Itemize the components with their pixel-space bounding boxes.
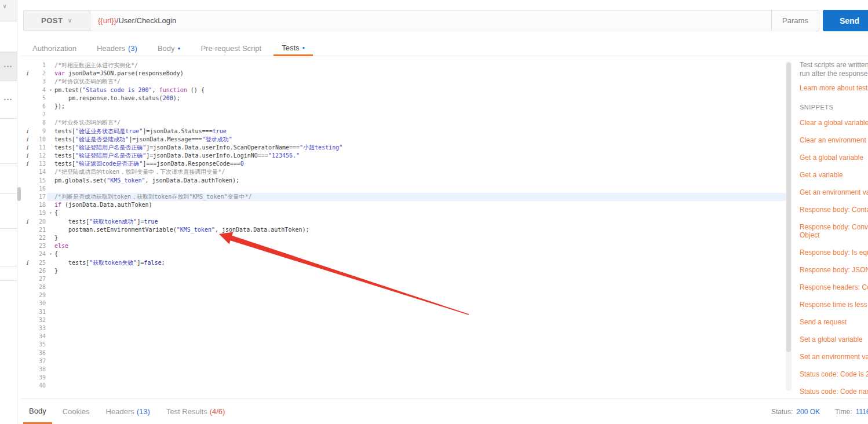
code-line[interactable]: 31 [23, 308, 786, 316]
response-tab-test-results[interactable]: Test Results(4/6) [161, 399, 231, 424]
code-line[interactable]: 29 [23, 291, 786, 299]
code-line[interactable]: 26} [23, 267, 786, 275]
tab-tests[interactable]: Tests● [273, 41, 313, 56]
code-line[interactable]: 27 [23, 275, 786, 283]
snippet-link[interactable]: Get an environment varia [800, 188, 868, 196]
fold-spacer [47, 324, 54, 332]
sidebar-row[interactable]: ∨ [0, 0, 17, 21]
code-text: if (jsonData.Data.authToken) [54, 201, 786, 209]
snippet-link[interactable]: Response body: Contains [800, 206, 868, 214]
code-line[interactable]: 22} [23, 234, 786, 242]
code-line[interactable]: 32 [23, 316, 786, 324]
code-line[interactable]: i10tests["验证是否登陆成功"]=jsonData.Message===… [23, 136, 786, 144]
snippet-link[interactable]: Clear an environment var [800, 136, 868, 144]
code-line[interactable]: i9tests["验证业务状态码是true"]=jsonData.Status=… [23, 127, 786, 136]
snippet-link[interactable]: Response body: Is equal t [800, 248, 868, 257]
fold-spacer [47, 103, 54, 111]
learn-more-link[interactable]: Learn more about tests [800, 84, 868, 92]
code-line[interactable]: 1/*对相应数据主体进行实例化*/ [23, 61, 786, 70]
sidebar-row[interactable]: ••• [0, 52, 17, 81]
gutter-spacer [23, 94, 32, 103]
snippet-link[interactable]: Response body: JSON valu [800, 266, 868, 274]
code-line[interactable]: 40 [23, 382, 786, 390]
snippet-link[interactable]: Set a global variable [800, 335, 868, 343]
code-line[interactable]: i20 tests["获取token成功"]=true [23, 218, 786, 226]
url-input[interactable]: {{url}} /User/CheckLogin [90, 10, 771, 31]
response-tab-cookies[interactable]: Cookies [57, 399, 96, 424]
collapsed-sidebar[interactable]: ∨•••••• [0, 0, 17, 424]
code-line[interactable]: 14/*把登陆成功后的token，放到变量中，下次请求直接调用变量*/ [23, 168, 786, 176]
snippet-link[interactable]: Get a variable [800, 171, 868, 179]
code-line[interactable]: 8/*对业务状态吗的断言*/ [23, 119, 786, 127]
code-line[interactable]: 7 [23, 111, 786, 119]
fold-spacer [47, 267, 54, 275]
code-fold-arrow-icon[interactable]: ▾ [47, 86, 54, 94]
sidebar-row[interactable] [0, 281, 17, 424]
code-line[interactable]: 4▾pm.test("Status code is 200", function… [23, 86, 786, 94]
sidebar-row[interactable] [0, 194, 17, 229]
line-number: 3 [32, 78, 46, 86]
code-line[interactable]: 37 [23, 357, 786, 365]
more-options-icon[interactable]: ••• [4, 64, 13, 70]
sidebar-row[interactable] [0, 21, 17, 52]
sidebar-row[interactable] [0, 266, 17, 281]
sidebar-row[interactable] [0, 229, 17, 266]
code-line[interactable]: 5 pm.response.to.have.status(200); [23, 94, 786, 103]
code-line[interactable]: i13tests["验证返回code是否正确"]===jsonData.Resp… [23, 160, 786, 168]
code-line[interactable]: i25 tests["获取token失败"]=false; [23, 259, 786, 267]
response-tab-headers[interactable]: Headers(13) [100, 399, 156, 424]
code-line[interactable]: 3/*对协议状态码的断言*/ [23, 78, 786, 86]
code-line[interactable]: 19▾{ [23, 209, 786, 217]
fold-spacer [47, 160, 54, 168]
snippet-link[interactable]: Response body: ConvertObject [800, 223, 868, 239]
code-fold-arrow-icon[interactable]: ▾ [47, 209, 54, 217]
tab-body[interactable]: Body● [149, 41, 188, 56]
send-button[interactable]: Send [823, 10, 868, 31]
snippet-link[interactable]: Response time is less tha [800, 301, 868, 309]
code-line[interactable]: 30 [23, 299, 786, 308]
code-line[interactable]: 21 postman.setEnvironmentVariable("KMS_t… [23, 226, 786, 234]
tests-code-editor[interactable]: 1/*对相应数据主体进行实例化*/i2var jsonData=JSON.par… [23, 57, 786, 392]
code-text: } [54, 234, 786, 242]
editor-scrollbar-thumb[interactable] [786, 63, 791, 352]
code-text: tests["获取token成功"]=true [54, 218, 786, 226]
method-dropdown[interactable]: POST ∨ [24, 10, 90, 31]
code-line[interactable]: 15pm.globals.set("KMS_token", jsonData.D… [23, 177, 786, 185]
code-line[interactable]: 34 [23, 332, 786, 341]
params-button[interactable]: Params [771, 10, 819, 31]
sidebar-row[interactable]: ••• [0, 81, 17, 119]
code-line[interactable]: 18if (jsonData.Data.authToken) [23, 201, 786, 209]
code-line[interactable]: 6}); [23, 103, 786, 111]
code-line[interactable]: 28 [23, 283, 786, 291]
snippet-link[interactable]: Get a global variable [800, 153, 868, 162]
code-fold-arrow-icon[interactable]: ▾ [47, 250, 54, 258]
code-line[interactable]: 16 [23, 185, 786, 193]
snippet-link[interactable]: Response headers: Conte [800, 283, 868, 291]
code-line[interactable]: 17/*判断是否成功获取到token，获取到token存放到"KMS_token… [23, 193, 786, 201]
code-line[interactable]: 39 [23, 374, 786, 382]
snippet-link[interactable]: Set an environment varia [800, 353, 868, 361]
response-tab-body[interactable]: Body [23, 399, 52, 424]
code-line[interactable]: 23else [23, 242, 786, 250]
tab-authorization[interactable]: Authorization [24, 41, 85, 56]
tab-pre-request-script[interactable]: Pre-request Script [192, 41, 269, 56]
code-line[interactable]: 35 [23, 341, 786, 349]
code-line[interactable]: 38 [23, 365, 786, 374]
snippet-link[interactable]: Clear a global variable [800, 119, 868, 127]
snippet-link[interactable]: Status code: Code is 200 [800, 370, 868, 378]
code-line[interactable]: i2var jsonData=JSON.parse(responseBody) [23, 70, 786, 78]
snippet-link[interactable]: Send a request [800, 318, 868, 326]
editor-scrollbar[interactable] [786, 61, 792, 391]
sidebar-row[interactable] [0, 119, 17, 164]
more-options-icon[interactable]: ••• [4, 97, 13, 103]
code-line[interactable]: 36 [23, 349, 786, 357]
snippet-link[interactable]: Status code: Code name h [800, 388, 868, 396]
tab-headers[interactable]: Headers(3) [89, 41, 145, 56]
line-number: 4 [32, 86, 46, 94]
chevron-down-icon[interactable]: ∨ [2, 2, 7, 10]
code-line[interactable]: 24▾{ [23, 250, 786, 258]
code-line[interactable]: 33 [23, 324, 786, 332]
sidebar-row[interactable] [0, 164, 17, 194]
code-line[interactable]: i11tests["验证登陆用户名是否正确"]=jsonData.Data.us… [23, 144, 786, 152]
code-line[interactable]: i12tests["验证登陆用户名是否正确"]=jsonData.Data.us… [23, 152, 786, 160]
